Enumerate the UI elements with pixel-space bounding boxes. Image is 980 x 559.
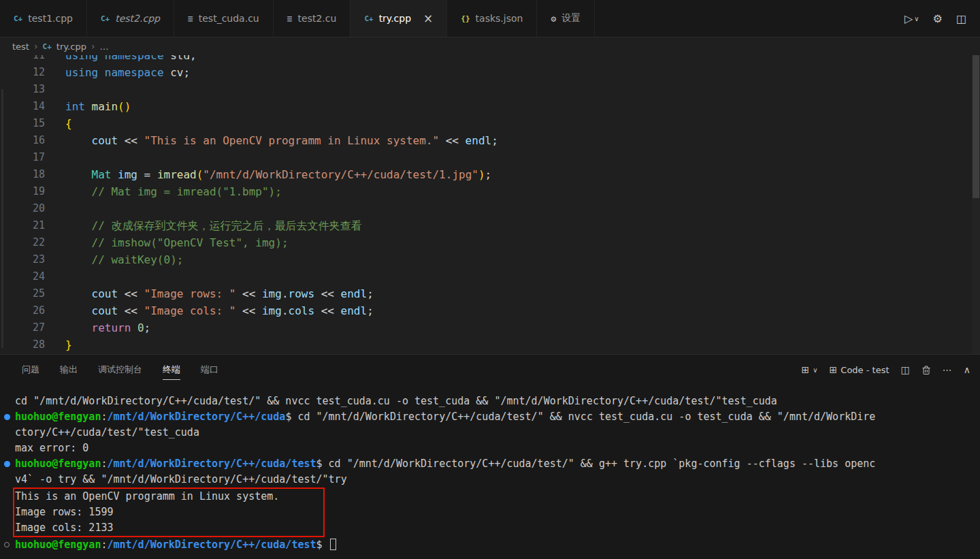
tab-label: 设置	[561, 12, 581, 25]
terminal[interactable]: cd "/mnt/d/WorkDirectory/C++/cuda/test/"…	[0, 385, 980, 559]
code-text: }	[45, 336, 72, 353]
editor-scrollbar[interactable]	[972, 55, 980, 354]
trash-icon	[921, 365, 931, 375]
code-text	[45, 200, 65, 217]
command-decoration-icon[interactable]	[4, 542, 10, 547]
panel-tab-问题[interactable]: 问题	[22, 355, 39, 385]
breadcrumb-separator-icon: ›	[34, 41, 38, 52]
line-number: 16	[0, 132, 45, 149]
code-line: 16 cout << "This is an OpenCV programm i…	[0, 132, 980, 149]
tab-test1.cpp[interactable]: C+test1.cpp	[0, 0, 87, 37]
collapse-panel-button[interactable]: ∧	[964, 364, 970, 375]
line-number: 26	[0, 302, 45, 319]
panel-actions: ⊞ ∨ ⊞ Code - test ◫	[802, 364, 970, 375]
editor-scrollbar-thumb[interactable]	[973, 55, 979, 198]
editor-tabs: C+test1.cppC+test2.cpp≡test_cuda.cu≡test…	[0, 0, 595, 37]
panel-tabs: 问题输出调试控制台终端端口	[22, 355, 218, 385]
tab-label: test2.cpp	[115, 13, 160, 24]
gear-icon[interactable]: ⚙	[933, 12, 943, 25]
breadcrumb-item[interactable]: try.cpp	[56, 42, 86, 52]
split-terminal-button[interactable]: ◫	[901, 364, 910, 375]
line-number: 28	[0, 336, 45, 353]
settings-file-icon: ⚙	[551, 14, 556, 24]
code-text: return 0;	[45, 319, 150, 336]
cpp-file-icon: C+	[101, 14, 110, 23]
line-number: 21	[0, 217, 45, 234]
tab-tasks.json[interactable]: {}tasks.json	[447, 0, 537, 37]
line-number: 23	[0, 251, 45, 268]
split-editor-button[interactable]: ◫	[956, 12, 966, 25]
file-file-icon: ≡	[287, 14, 293, 24]
line-number: 24	[0, 268, 45, 285]
code-line: 17	[0, 149, 980, 166]
highlight-box: This is an OpenCV programm in Linux syst…	[13, 488, 325, 537]
close-tab-icon[interactable]: ×	[423, 13, 433, 25]
tab-try.cpp[interactable]: C+try.cpp×	[350, 0, 447, 37]
tab-bar: C+test1.cppC+test2.cpp≡test_cuda.cu≡test…	[0, 0, 980, 37]
panel-tab-端口[interactable]: 端口	[201, 355, 218, 385]
vscode-window: C+test1.cppC+test2.cpp≡test_cuda.cu≡test…	[0, 0, 980, 559]
code-line: 20	[0, 200, 980, 217]
code-line: 21 // 改成保存到文件夹，运行完之后，最后去文件夹查看	[0, 217, 980, 234]
run-button[interactable]: ▷ ∨	[904, 12, 919, 25]
code-line: 15{	[0, 115, 980, 132]
tab-label: test_cuda.cu	[199, 13, 259, 24]
tab-test2.cpp[interactable]: C+test2.cpp	[87, 0, 174, 37]
breadcrumb-item[interactable]: test	[12, 42, 29, 52]
line-number: 11	[0, 55, 45, 64]
terminal-line: huohuo@fengyan:/mnt/d/WorkDirectory/C++/…	[15, 409, 980, 425]
line-number: 25	[0, 285, 45, 302]
code-text: // 改成保存到文件夹，运行完之后，最后去文件夹查看	[45, 217, 361, 234]
code-editor[interactable]: 11using namespace std;12using namespace …	[0, 55, 980, 354]
line-number: 13	[0, 81, 45, 98]
command-decoration-icon[interactable]	[4, 461, 10, 467]
terminal-icon: ⊞	[830, 364, 838, 375]
terminal-instance-item[interactable]: ⊞ Code - test	[830, 364, 889, 375]
terminal-line: Image rows: 1599	[15, 505, 323, 520]
line-number: 20	[0, 200, 45, 217]
more-actions-button[interactable]: ⋯	[943, 364, 952, 375]
code-line: 25 cout << "Image rows: " << img.rows <<…	[0, 285, 980, 302]
line-number: 27	[0, 319, 45, 336]
code-line: 27 return 0;	[0, 319, 980, 336]
breadcrumb-separator-icon: ›	[91, 41, 95, 52]
tab-label: test1.cpp	[28, 13, 73, 24]
panel-tab-输出[interactable]: 输出	[60, 355, 78, 385]
terminal-line: huohuo@fengyan:/mnt/d/WorkDirectory/C++/…	[15, 456, 980, 472]
terminal-line: huohuo@fengyan:/mnt/d/WorkDirectory/C++/…	[15, 537, 980, 553]
json-file-icon: {}	[461, 14, 470, 23]
line-number: 19	[0, 183, 45, 200]
line-number: 14	[0, 98, 45, 115]
code-text: Mat img = imread("/mnt/d/WorkDirectory/C…	[45, 166, 491, 183]
terminal-line: max error: 0	[15, 441, 980, 456]
tab-test_cuda.cu[interactable]: ≡test_cuda.cu	[174, 0, 274, 37]
code-text: int main()	[45, 98, 131, 115]
terminal-instance-label: Code - test	[840, 365, 889, 375]
tab-设置[interactable]: ⚙设置	[537, 0, 595, 37]
terminal-line: cd "/mnt/d/WorkDirectory/C++/cuda/test/"…	[15, 394, 980, 409]
code-content: 11using namespace std;12using namespace …	[0, 55, 980, 353]
line-number: 22	[0, 234, 45, 251]
new-terminal-button[interactable]: ⊞ ∨	[802, 364, 818, 375]
tab-label: test2.cu	[298, 13, 337, 24]
code-line: 11using namespace std;	[0, 55, 980, 64]
play-icon: ▷	[904, 12, 913, 25]
code-line: 24	[0, 268, 980, 285]
kill-terminal-button[interactable]	[921, 365, 931, 375]
line-number: 18	[0, 166, 45, 183]
code-line: 14int main()	[0, 98, 980, 115]
tab-test2.cu[interactable]: ≡test2.cu	[274, 0, 351, 37]
line-number: 15	[0, 115, 45, 132]
command-decoration-icon[interactable]	[4, 414, 10, 420]
panel-tab-调试控制台[interactable]: 调试控制台	[98, 355, 142, 385]
code-line: 26 cout << "Image cols: " << img.cols <<…	[0, 302, 980, 319]
code-text: cout << "This is an OpenCV programm in L…	[45, 132, 498, 149]
breadcrumb-item[interactable]: …	[100, 42, 109, 52]
code-line: 12using namespace cv;	[0, 64, 980, 81]
line-number: 17	[0, 149, 45, 166]
panel-tab-终端[interactable]: 终端	[163, 355, 180, 385]
code-text: using namespace cv;	[45, 64, 190, 81]
terminal-line: v4` -o try && "/mnt/d/WorkDirectory/C++/…	[15, 472, 980, 488]
tab-label: try.cpp	[379, 13, 411, 24]
bottom-panel: 问题输出调试控制台终端端口 ⊞ ∨ ⊞ Code - test ◫	[0, 354, 980, 559]
